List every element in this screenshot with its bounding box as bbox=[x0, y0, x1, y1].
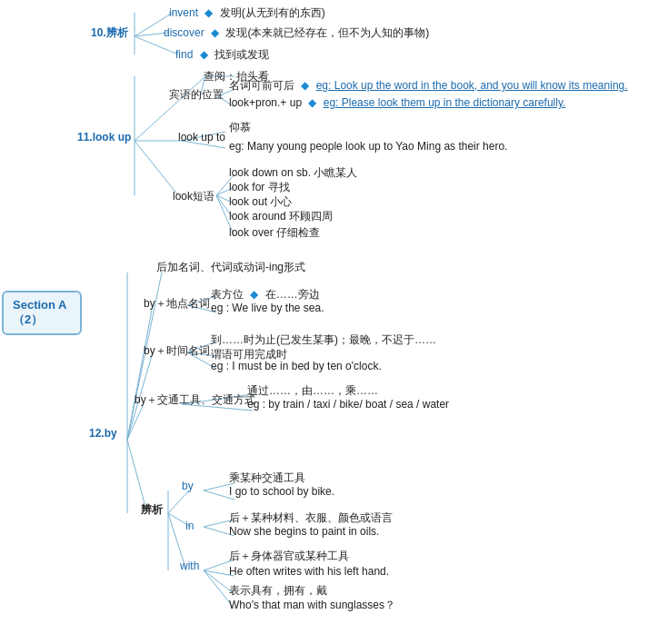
node-jingmu-eg: eg: Many young people look up to Yao Min… bbox=[229, 140, 507, 153]
node-by-trans-d: 通过……，由……，乘…… bbox=[247, 383, 378, 399]
node-by-place: by＋地点名词 bbox=[144, 296, 210, 312]
node-lookup-to: look up to bbox=[178, 131, 225, 144]
node-by-time: by＋时间名词 bbox=[144, 343, 210, 359]
svg-line-20 bbox=[127, 404, 144, 440]
node-with-eg1: He often writes with his left hand. bbox=[229, 565, 389, 578]
mind-map-canvas: Section A（2） 10.辨析 invent ◆ 发明(从无到有的东西) … bbox=[0, 0, 648, 644]
node-by-hou: 后加名词、代词或动词-ing形式 bbox=[156, 260, 305, 275]
node-by-trans: by＋交通工具、交通方式 bbox=[135, 392, 255, 408]
node-lookfor: look for 寻找 bbox=[229, 180, 290, 195]
node-by2-eg: I go to school by bike. bbox=[229, 485, 334, 498]
svg-line-18 bbox=[127, 305, 153, 440]
node-by-time-eg: eg : I must be in bed by ten o'clock. bbox=[211, 360, 382, 372]
node-bianxi2: 辨析 bbox=[141, 502, 163, 518]
node-look-phrases: look短语 bbox=[173, 189, 214, 204]
node-10-bianxi: 10.辨析 bbox=[91, 25, 128, 41]
node-lookaround: look around 环顾四周 bbox=[229, 209, 333, 224]
node-discover: discover ◆ 发现(本来就已经存在，但不为人知的事物) bbox=[164, 25, 429, 41]
node-by-trans-eg: eg : by train / taxi / bike/ boat / sea … bbox=[247, 398, 449, 411]
node-with: with bbox=[180, 560, 199, 572]
node-binyu1: 名词可前可后 ◆ eg: Look up the word in the boo… bbox=[229, 78, 628, 94]
node-by-place-eg: eg : We live by the sea. bbox=[211, 302, 324, 314]
svg-line-29 bbox=[168, 490, 189, 513]
node-11-lookup: 11.look up bbox=[77, 131, 131, 144]
node-with-eg2: Who's that man with sunglasses？ bbox=[229, 598, 395, 613]
node-by2: by bbox=[182, 480, 194, 492]
node-with-d1: 后＋身体器官或某种工具 bbox=[229, 549, 349, 564]
node-in-eg: Now she begins to paint in oils. bbox=[229, 525, 379, 538]
node-in: in bbox=[185, 520, 194, 532]
node-by2-d: 乘某种交通工具 bbox=[229, 471, 305, 486]
node-lookdown: look down on sb. 小瞧某人 bbox=[229, 165, 357, 181]
node-find: find ◆ 找到或发现 bbox=[175, 47, 269, 63]
node-10-label: 10.辨析 bbox=[91, 26, 128, 39]
node-by-time-d: 到……时为止(已发生某事)；最晚，不迟于…… bbox=[211, 332, 436, 348]
node-with-d2: 表示具有，拥有，戴 bbox=[229, 583, 327, 599]
section-text: Section A（2） bbox=[13, 298, 71, 328]
node-binyu-pos: 宾语的位置 bbox=[169, 87, 224, 103]
node-lookover: look over 仔细检查 bbox=[229, 225, 320, 241]
node-12-by: 12.by bbox=[89, 427, 117, 440]
node-jingmu: 仰慕 bbox=[229, 120, 251, 135]
svg-line-5 bbox=[135, 141, 178, 195]
section-label: Section A（2） bbox=[2, 291, 82, 335]
node-binyu2: look+pron.+ up ◆ eg: Please look them up… bbox=[229, 96, 565, 109]
node-invent: invent ◆ 发明(从无到有的东西) bbox=[169, 5, 325, 21]
node-lookout: look out 小心 bbox=[229, 194, 292, 210]
node-in-d: 后＋某种材料、衣服、颜色或语言 bbox=[229, 510, 393, 526]
node-by-place-m: 表方位 ◆ 在……旁边 bbox=[211, 287, 320, 302]
